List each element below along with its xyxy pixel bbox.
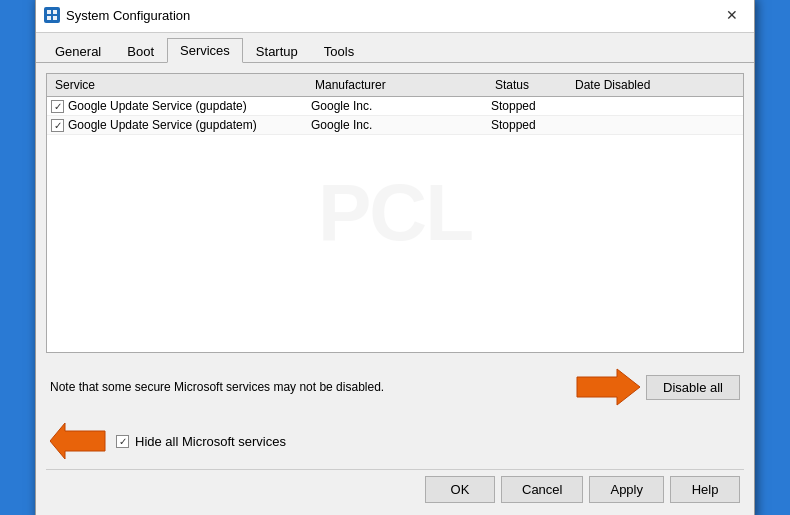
service-checkbox-2[interactable]: ✓ bbox=[51, 119, 64, 132]
help-button[interactable]: Help bbox=[670, 476, 740, 503]
services-list: ✓ Google Update Service (gupdate) Google… bbox=[47, 97, 743, 135]
service-name-1: Google Update Service (gupdate) bbox=[68, 99, 247, 113]
title-bar: System Configuration ✕ bbox=[36, 0, 754, 33]
table-header: Service Manufacturer Status Date Disable… bbox=[47, 74, 743, 97]
tab-content: Service Manufacturer Status Date Disable… bbox=[36, 63, 754, 515]
col-date-disabled: Date Disabled bbox=[571, 76, 739, 94]
svg-marker-4 bbox=[577, 369, 640, 405]
svg-marker-5 bbox=[50, 423, 105, 459]
manufacturer-2: Google Inc. bbox=[311, 118, 491, 132]
window-icon bbox=[44, 7, 60, 23]
apply-button[interactable]: Apply bbox=[589, 476, 664, 503]
services-panel: Service Manufacturer Status Date Disable… bbox=[46, 73, 744, 353]
table-row: ✓ Google Update Service (gupdate) Google… bbox=[47, 97, 743, 116]
col-service: Service bbox=[51, 76, 311, 94]
hide-ms-label: Hide all Microsoft services bbox=[135, 434, 286, 449]
service-checkbox-1[interactable]: ✓ bbox=[51, 100, 64, 113]
hide-ms-checkbox[interactable]: ✓ bbox=[116, 435, 129, 448]
tab-startup[interactable]: Startup bbox=[243, 38, 311, 63]
watermark: PCL bbox=[318, 167, 472, 259]
bottom-bar: Note that some secure Microsoft services… bbox=[46, 361, 744, 413]
system-config-window: System Configuration ✕ General Boot Serv… bbox=[35, 0, 755, 515]
svg-rect-0 bbox=[47, 10, 51, 14]
svg-rect-2 bbox=[47, 16, 51, 20]
window-title: System Configuration bbox=[66, 8, 718, 23]
service-name-2: Google Update Service (gupdatem) bbox=[68, 118, 257, 132]
manufacturer-1: Google Inc. bbox=[311, 99, 491, 113]
hide-ms-row: ✓ Hide all Microsoft services bbox=[46, 417, 744, 469]
ok-button[interactable]: OK bbox=[425, 476, 495, 503]
left-arrow-indicator bbox=[50, 421, 110, 461]
action-buttons: OK Cancel Apply Help bbox=[46, 469, 744, 507]
tab-services[interactable]: Services bbox=[167, 38, 243, 63]
cancel-button[interactable]: Cancel bbox=[501, 476, 583, 503]
secure-services-note: Note that some secure Microsoft services… bbox=[50, 380, 572, 394]
svg-rect-3 bbox=[53, 16, 57, 20]
col-manufacturer: Manufacturer bbox=[311, 76, 491, 94]
status-1: Stopped bbox=[491, 99, 571, 113]
col-status: Status bbox=[491, 76, 571, 94]
tab-tools[interactable]: Tools bbox=[311, 38, 367, 63]
tab-boot[interactable]: Boot bbox=[114, 38, 167, 63]
right-arrow-indicator bbox=[572, 367, 642, 407]
content-wrapper: Service Manufacturer Status Date Disable… bbox=[46, 73, 744, 507]
tab-bar: General Boot Services Startup Tools bbox=[36, 33, 754, 63]
disable-all-button[interactable]: Disable all bbox=[646, 375, 740, 400]
service-name-cell: ✓ Google Update Service (gupdatem) bbox=[51, 118, 311, 132]
svg-rect-1 bbox=[53, 10, 57, 14]
service-name-cell: ✓ Google Update Service (gupdate) bbox=[51, 99, 311, 113]
status-2: Stopped bbox=[491, 118, 571, 132]
close-button[interactable]: ✕ bbox=[718, 4, 746, 26]
tab-general[interactable]: General bbox=[42, 38, 114, 63]
table-row: ✓ Google Update Service (gupdatem) Googl… bbox=[47, 116, 743, 135]
